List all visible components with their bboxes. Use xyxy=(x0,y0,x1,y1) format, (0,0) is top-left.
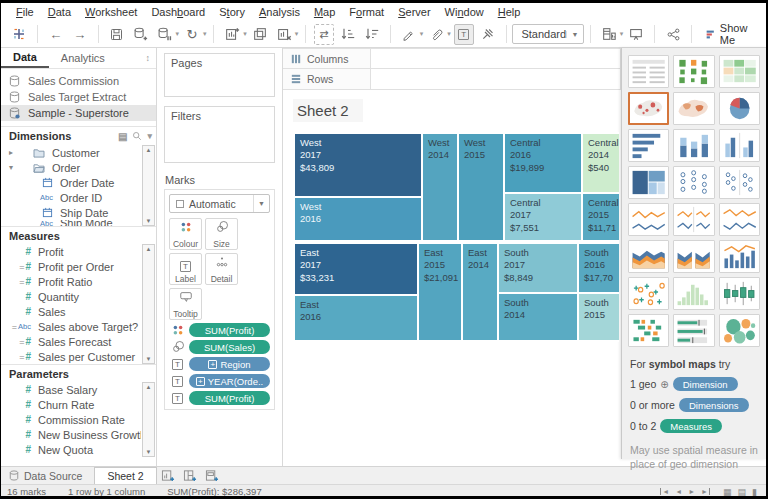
field-item[interactable]: ▾Order xyxy=(1,160,141,175)
menu-item-file[interactable]: File xyxy=(9,6,41,18)
columns-shelf-area[interactable] xyxy=(371,49,620,68)
fix-axes-button[interactable] xyxy=(478,24,498,45)
undo-button[interactable]: ← xyxy=(46,24,66,45)
marks-button-size[interactable]: Size xyxy=(205,218,238,250)
field-item[interactable]: AbcShip Mode xyxy=(1,220,141,226)
showme-gantt-icon[interactable] xyxy=(628,314,669,347)
menu-item-help[interactable]: Help xyxy=(491,6,528,18)
dimensions-scrollbar[interactable]: ▲▼ xyxy=(142,145,155,226)
presentation-mode-button[interactable] xyxy=(626,24,646,45)
sheet-tab-active[interactable]: Sheet 2 xyxy=(94,467,156,484)
group-members-button[interactable] xyxy=(426,24,446,45)
treemap-cell[interactable]: East2015$21,091 xyxy=(419,244,461,340)
pane-control-icon[interactable]: ↕ xyxy=(146,53,157,63)
field-item[interactable]: #Profit xyxy=(1,244,141,259)
field-item[interactable]: Ship Date xyxy=(1,205,141,220)
treemap-cell[interactable]: Central2015$11,71 xyxy=(583,194,619,240)
dimensions-menu-caret[interactable]: ▾ xyxy=(147,131,152,141)
new-story-tab-button[interactable] xyxy=(205,469,219,482)
showme-highlight-table-icon[interactable] xyxy=(719,55,760,88)
field-item[interactable]: =#Profit Ratio xyxy=(1,274,141,289)
showme-treemap-icon[interactable] xyxy=(628,166,669,199)
marks-button-detail[interactable]: Detail xyxy=(205,253,238,285)
show-hide-cards-button[interactable] xyxy=(599,24,619,45)
field-item[interactable]: #New Quota xyxy=(1,442,141,457)
menu-item-map[interactable]: Map xyxy=(307,6,342,18)
data-source-item[interactable]: Sales Target Extract xyxy=(1,89,156,105)
clear-sheet-button[interactable] xyxy=(274,24,294,45)
share-workbook-button[interactable] xyxy=(663,24,683,45)
menu-item-window[interactable]: Window xyxy=(438,6,491,18)
treemap-cell[interactable]: West2016 xyxy=(295,198,421,240)
data-source-tab[interactable]: Data Source xyxy=(1,467,94,484)
showme-side-by-side-circles-icon[interactable] xyxy=(719,166,760,199)
pause-auto-updates-button[interactable] xyxy=(154,24,174,45)
field-item[interactable]: =#Sales per Customer xyxy=(1,349,141,364)
show-filmstrip-icon[interactable]: ▤ xyxy=(738,487,747,497)
sort-ascending-button[interactable] xyxy=(338,24,358,45)
new-worksheet-caret[interactable]: ▾ xyxy=(243,30,247,38)
showme-horizontal-bars-icon[interactable] xyxy=(628,129,669,162)
pages-shelf[interactable]: Pages xyxy=(164,53,275,97)
showme-dual-line-icon[interactable] xyxy=(719,203,760,236)
field-item[interactable]: =AbcSales above Target? xyxy=(1,319,141,334)
pill-sum-profit-[interactable]: SUM(Profit) xyxy=(189,323,270,337)
treemap-cell[interactable]: South2014 xyxy=(499,294,577,340)
field-item[interactable]: Order Date xyxy=(1,175,141,190)
chevron-down-icon[interactable]: ▼ xyxy=(566,31,583,38)
field-item[interactable]: #New Business Growth xyxy=(1,427,141,442)
showme-heat-map-icon[interactable] xyxy=(673,55,714,88)
marks-button-label[interactable]: TLabel xyxy=(169,253,202,285)
fit-selector[interactable]: Standard ▼ xyxy=(512,24,584,44)
data-source-item[interactable]: Sample - Superstore xyxy=(1,105,156,121)
pause-auto-updates-caret[interactable]: ▾ xyxy=(175,30,179,38)
treemap-cell[interactable]: East2016 xyxy=(295,296,417,340)
pill-year-orde-[interactable]: +YEAR(Orde.. xyxy=(189,374,270,388)
search-icon[interactable] xyxy=(132,131,142,141)
menu-item-format[interactable]: Format xyxy=(342,6,391,18)
previous-sheet-icon[interactable]: ◄ xyxy=(675,488,682,495)
highlight-button[interactable] xyxy=(399,24,419,45)
treemap-cell[interactable]: Central2014$540 xyxy=(583,134,619,192)
showme-text-table-icon[interactable] xyxy=(628,55,669,88)
showme-scatter-plot-icon[interactable] xyxy=(628,277,669,310)
menu-item-worksheet[interactable]: Worksheet xyxy=(78,6,144,18)
pill-sum-sales-[interactable]: SUM(Sales) xyxy=(189,340,270,354)
field-item[interactable]: =#Sales Forecast xyxy=(1,334,141,349)
new-worksheet-tab-button[interactable] xyxy=(161,469,175,482)
rows-shelf-area[interactable] xyxy=(371,69,620,89)
treemap-cell[interactable]: South2017$8,849 xyxy=(499,244,577,292)
treemap-cell[interactable]: East2017$33,231 xyxy=(295,244,417,294)
new-data-source-button[interactable] xyxy=(130,24,150,45)
showme-area-discrete-icon[interactable] xyxy=(673,240,714,273)
expand-hierarchy-icon[interactable]: + xyxy=(208,360,217,369)
menu-item-data[interactable]: Data xyxy=(41,6,78,18)
field-item[interactable]: #Base Salary xyxy=(1,382,141,397)
menu-item-server[interactable]: Server xyxy=(391,6,437,18)
group-members-caret[interactable]: ▾ xyxy=(447,30,451,38)
duplicate-sheet-button[interactable] xyxy=(250,24,270,45)
field-item[interactable]: #Quantity xyxy=(1,289,141,304)
treemap-cell[interactable]: South2016$17,70 xyxy=(579,244,619,292)
treemap-cell[interactable]: West2014 xyxy=(423,134,457,240)
columns-shelf[interactable]: Columns xyxy=(283,48,621,69)
field-item[interactable]: #Sales xyxy=(1,304,141,319)
treemap-cell[interactable]: Central2016$19,899 xyxy=(505,134,581,192)
show-mark-labels-button[interactable]: T xyxy=(454,24,474,45)
show-me-button[interactable]: Show Me xyxy=(698,20,760,48)
field-item[interactable]: AbcOrder ID xyxy=(1,190,141,205)
expand-icon[interactable]: ▸ xyxy=(9,148,18,157)
pill-region[interactable]: +Region xyxy=(189,357,270,371)
showme-lines-discrete-icon[interactable] xyxy=(673,203,714,236)
showme-histogram-icon[interactable] xyxy=(673,277,714,310)
treemap-viz[interactable]: West2017$43,809West2016West2014West2015C… xyxy=(291,132,619,342)
menu-item-story[interactable]: Story xyxy=(212,6,252,18)
marks-button-tooltip[interactable]: Tooltip xyxy=(169,288,202,320)
expand-hierarchy-icon[interactable]: + xyxy=(196,377,205,386)
field-item[interactable]: =#Profit per Order xyxy=(1,259,141,274)
highlight-caret[interactable]: ▾ xyxy=(420,30,424,38)
showme-filled-map-icon[interactable] xyxy=(673,92,714,125)
run-auto-updates-caret[interactable]: ▾ xyxy=(203,30,207,38)
redo-button[interactable]: → xyxy=(70,24,90,45)
next-sheet-icon[interactable]: ► xyxy=(688,488,695,495)
